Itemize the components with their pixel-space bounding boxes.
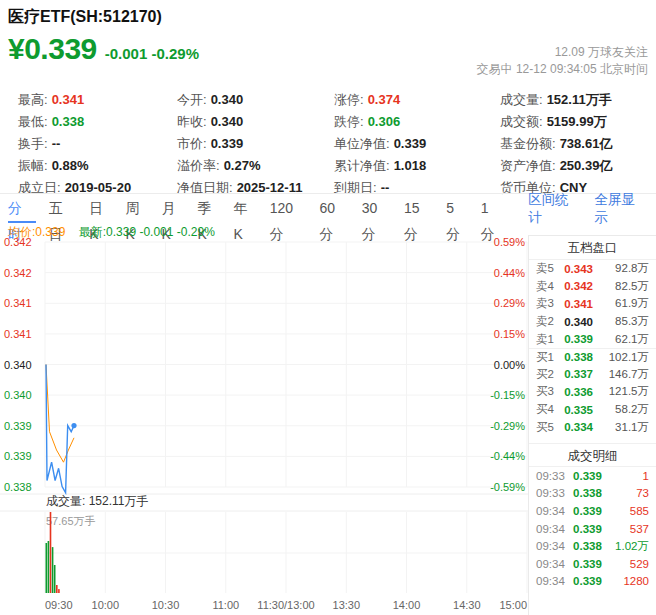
svg-text:0.29%: 0.29% (494, 297, 525, 309)
svg-text:15:00: 15:00 (499, 599, 527, 611)
range-stats-link[interactable]: 区间统计 (528, 191, 581, 227)
bid-row-5: 买50.33431.1万 (529, 418, 656, 436)
stat-volume: 成交量:152.11万手 (500, 91, 648, 109)
svg-text:14:00: 14:00 (393, 599, 421, 611)
trade-row: 09:340.3381.02万 (529, 537, 656, 555)
svg-text:0.341: 0.341 (4, 328, 32, 340)
trade-row: 09:340.339585 (529, 502, 656, 520)
tab-30min[interactable]: 30分 (362, 195, 391, 223)
svg-text:0.341: 0.341 (4, 297, 32, 309)
tab-5min[interactable]: 5分 (446, 195, 468, 223)
current-price: ¥0.339 (8, 32, 97, 66)
ask-row-3: 卖30.34161.9万 (529, 295, 656, 313)
period-tabbar: 分时 五日 日K 周K 月K 季K 年K 120分 60分 30分 15分 5分… (0, 193, 656, 223)
tab-1min[interactable]: 1分 (481, 195, 503, 223)
x-axis-labels: 09:3010:0010:3011:0011:30/13:0013:3014:0… (45, 599, 527, 611)
svg-text:-0.15%: -0.15% (490, 389, 525, 401)
bid-row-3: 买30.336121.5万 (529, 383, 656, 401)
svg-text:0.00%: 0.00% (494, 359, 525, 371)
stock-detail-app: 医疗ETF(SH:512170) ¥0.339 -0.001 -0.29% 12… (0, 0, 656, 615)
ask-row-5: 卖50.34392.8万 (529, 260, 656, 278)
svg-text:0.15%: 0.15% (494, 328, 525, 340)
trades-title: 成交明细 (529, 443, 656, 467)
tab-120min[interactable]: 120分 (270, 195, 307, 223)
price-row: ¥0.339 -0.001 -0.29% (8, 32, 199, 66)
volume-scale-max: 57.65万手 (46, 515, 96, 527)
tab-60min[interactable]: 60分 (320, 195, 349, 223)
svg-text:13:30: 13:30 (333, 599, 361, 611)
trade-row: 09:340.339529 (529, 555, 656, 573)
order-book-title: 五档盘口 (529, 236, 656, 260)
tab-5day[interactable]: 五日 (49, 195, 77, 223)
stat-open: 今开:0.340 (177, 91, 334, 109)
svg-text:-0.59%: -0.59% (490, 481, 525, 493)
trading-status: 交易中 12-12 09:34:05 北京时间 (477, 61, 648, 78)
svg-text:0.44%: 0.44% (494, 267, 525, 279)
tab-monthly-k[interactable]: 月K (161, 195, 184, 223)
svg-text:0.340: 0.340 (4, 389, 32, 401)
svg-text:0.340: 0.340 (4, 359, 32, 371)
avg-price-line (46, 365, 74, 463)
stat-limit-up: 涨停:0.374 (334, 91, 500, 109)
tab-minute[interactable]: 分时 (8, 195, 36, 223)
volume-pane: 成交量: 152.11万手57.65万手 (46, 494, 149, 593)
trade-row: 09:330.3391 (529, 467, 656, 485)
market-status-block: 12.09 万球友关注 交易中 12-12 09:34:05 北京时间 (477, 44, 648, 78)
fullscreen-link[interactable]: 全屏显示 (595, 191, 648, 227)
stat-cumulative-nav: 累计净值:1.018 (334, 157, 500, 175)
svg-text:0.339: 0.339 (4, 420, 32, 432)
bid-row-2: 买20.337146.7万 (529, 366, 656, 384)
svg-text:14:30: 14:30 (453, 599, 481, 611)
stat-high: 最高:0.341 (18, 91, 177, 109)
stat-unit-nav: 单位净值:0.339 (334, 135, 500, 153)
trade-row: 09:330.33873 (529, 485, 656, 503)
page-title: 医疗ETF(SH:512170) (8, 7, 162, 28)
svg-text:0.59%: 0.59% (494, 237, 525, 248)
trade-row: 09:340.3391280 (529, 573, 656, 591)
volume-title: 成交量: 152.11万手 (46, 494, 148, 508)
svg-text:0.342: 0.342 (4, 267, 32, 279)
order-panel: 五档盘口 卖50.34392.8万 卖40.34282.5万 卖30.34161… (528, 235, 656, 615)
price-change: -0.001 -0.29% (105, 45, 199, 62)
svg-text:10:00: 10:00 (92, 599, 120, 611)
stat-amplitude: 振幅:0.88% (18, 157, 177, 175)
trade-row: 09:340.339537 (529, 520, 656, 538)
intraday-chart[interactable]: 0.3420.3420.3410.3410.3400.3400.3390.339… (0, 237, 530, 615)
tab-quarterly-k[interactable]: 季K (198, 195, 221, 223)
tab-weekly-k[interactable]: 周K (125, 195, 148, 223)
intraday-chart-svg: 0.3420.3420.3410.3410.3400.3400.3390.339… (0, 237, 530, 615)
stat-market-price: 市价:0.339 (177, 135, 334, 153)
stat-fund-shares: 基金份额:738.61亿 (500, 135, 648, 153)
svg-text:-0.29%: -0.29% (490, 420, 525, 432)
price-line (46, 365, 74, 493)
svg-text:10:30: 10:30 (152, 599, 180, 611)
svg-text:-0.44%: -0.44% (490, 450, 525, 462)
stat-prev-close: 昨收:0.340 (177, 113, 334, 131)
tab-daily-k[interactable]: 日K (89, 195, 112, 223)
stat-limit-down: 跌停:0.306 (334, 113, 500, 131)
svg-text:11:00: 11:00 (212, 599, 239, 611)
price-axis-labels: 0.3420.3420.3410.3410.3400.3400.3390.339… (4, 237, 32, 493)
tab-15min[interactable]: 15分 (404, 195, 433, 223)
ask-row-1: 卖10.33962.1万 (529, 330, 656, 348)
stat-turnover-rate: 换手:-- (18, 135, 177, 153)
ask-row-4: 卖40.34282.5万 (529, 278, 656, 296)
stat-premium-rate: 溢价率:0.27% (177, 157, 334, 175)
stat-low: 最低:0.338 (18, 113, 177, 131)
svg-text:0.338: 0.338 (4, 481, 32, 493)
stats-grid: 最高:0.341 今开:0.340 涨停:0.374 成交量:152.11万手 … (0, 89, 656, 199)
bid-row-4: 买40.33558.2万 (529, 401, 656, 419)
svg-text:11:30/13:00: 11:30/13:00 (257, 599, 314, 611)
svg-text:0.342: 0.342 (4, 237, 32, 248)
stat-turnover-amount: 成交额:5159.99万 (500, 113, 648, 131)
svg-text:09:30: 09:30 (45, 599, 73, 611)
current-price-dot (71, 423, 76, 428)
ask-row-2: 卖20.34085.3万 (529, 313, 656, 331)
tab-yearly-k[interactable]: 年K (234, 195, 257, 223)
chart-grid (0, 242, 530, 593)
followers-count: 12.09 万球友关注 (477, 44, 648, 61)
stat-net-assets: 资产净值:250.39亿 (500, 157, 648, 175)
bid-row-1: 买10.338102.1万 (529, 348, 656, 366)
percent-axis-labels: 0.59%0.44%0.29%0.15%0.00%-0.15%-0.29%-0.… (490, 237, 525, 493)
svg-text:0.339: 0.339 (4, 450, 32, 462)
